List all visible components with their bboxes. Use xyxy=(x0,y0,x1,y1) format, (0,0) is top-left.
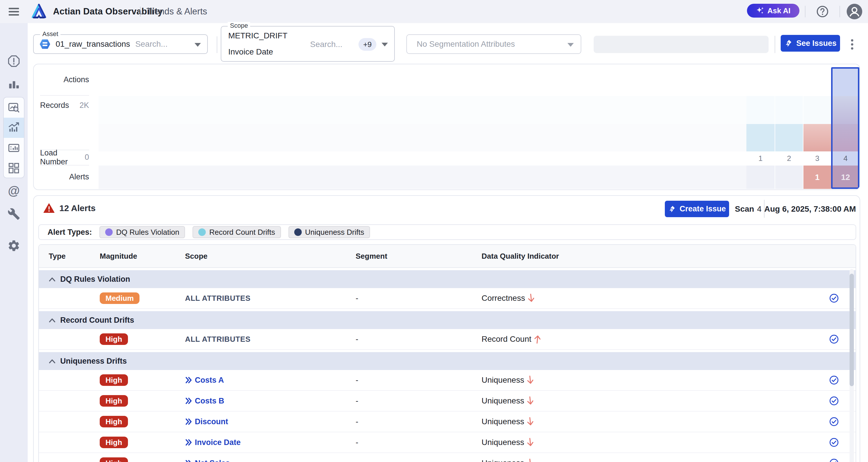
scope-search-input[interactable] xyxy=(310,40,353,49)
heatmap-scan-label[interactable]: 3 xyxy=(803,151,831,166)
heatmap-scan-label[interactable]: 1 xyxy=(746,151,775,166)
acknowledge-button[interactable] xyxy=(812,417,856,427)
chevron-down-icon[interactable] xyxy=(381,43,388,47)
see-issues-button[interactable]: See Issues xyxy=(781,35,840,52)
user-avatar[interactable] xyxy=(846,3,863,20)
left-sidebar: @ xyxy=(0,23,28,462)
alert-type-chip-record-count[interactable]: Record Count Drifts xyxy=(192,226,281,238)
heatmap-alert-cell[interactable] xyxy=(775,166,803,189)
sidebar-item-reports[interactable] xyxy=(4,138,24,158)
topbar-divider xyxy=(805,6,805,17)
trend-down-arrow-icon xyxy=(525,396,535,406)
table-scrollbar-thumb[interactable] xyxy=(849,274,854,386)
check-circle-icon xyxy=(829,417,839,427)
scan-heatmap[interactable]: 1 2 3 4 1 12 xyxy=(746,67,859,189)
table-row[interactable]: High Discount - Uniqueness xyxy=(39,411,856,432)
acknowledge-button[interactable] xyxy=(812,437,856,447)
create-issue-button[interactable]: Create Issue xyxy=(665,201,729,217)
heatmap-cell[interactable] xyxy=(803,124,831,151)
table-row[interactable]: High Costs B - Uniqueness xyxy=(39,391,856,411)
table-row[interactable]: High ALL ATTRIBUTES - Record Count xyxy=(39,329,856,350)
heatmap-cell[interactable] xyxy=(775,96,803,124)
dq-rules-dot-icon xyxy=(105,228,113,236)
asset-selected-value: 01_raw_transactions xyxy=(56,39,130,49)
indicator-label: Record Count xyxy=(482,335,531,344)
hamburger-menu-icon[interactable] xyxy=(9,8,19,16)
heatmap-cell-selected[interactable] xyxy=(831,96,859,124)
group-header-uniqueness[interactable]: Uniqueness Drifts xyxy=(39,352,856,370)
top-bar: Actian Data Observability Trends & Alert… xyxy=(0,0,868,23)
uniqueness-dot-icon xyxy=(294,228,302,236)
alert-type-chip-uniqueness[interactable]: Uniqueness Drifts xyxy=(288,226,370,238)
acknowledge-button[interactable] xyxy=(812,334,856,344)
alert-type-chip-dq-rules[interactable]: DQ Rules Violation xyxy=(99,226,185,238)
group-header-dq-rules[interactable]: DQ Rules Violation xyxy=(39,270,856,288)
alert-types-label: Alert Types: xyxy=(48,228,92,237)
magnitude-badge: High xyxy=(100,416,128,427)
segmentation-filter[interactable]: No Segmentation Attributes xyxy=(406,34,581,54)
asset-type-icon xyxy=(39,38,51,50)
scope-value: ALL ATTRIBUTES xyxy=(185,294,250,302)
heatmap-cell[interactable] xyxy=(803,96,831,124)
more-options-icon[interactable] xyxy=(848,36,856,53)
scope-filter[interactable]: Scope METRIC_DRIFT Invoice Date +9 xyxy=(221,26,395,62)
heatmap-cell[interactable] xyxy=(775,124,803,151)
heatmap-scan-label-selected[interactable]: 4 xyxy=(831,151,859,166)
scope-link[interactable]: Costs A xyxy=(185,376,355,385)
sidebar-group-analytics xyxy=(3,97,25,178)
chevron-up-icon xyxy=(49,318,56,323)
asset-filter[interactable]: Asset 01_raw_transactions xyxy=(33,34,208,54)
chevron-down-icon[interactable] xyxy=(567,43,574,47)
help-icon[interactable] xyxy=(816,5,829,18)
sidebar-item-incidents[interactable] xyxy=(7,54,21,68)
chevron-up-icon xyxy=(49,277,56,282)
heatmap-alert-count[interactable]: 1 xyxy=(803,166,831,189)
trend-down-arrow-icon xyxy=(525,375,535,385)
sidebar-item-tools[interactable] xyxy=(7,207,21,221)
scope-link[interactable]: Costs B xyxy=(185,397,355,405)
acknowledge-button[interactable] xyxy=(812,458,856,462)
heatmap-scan-label[interactable]: 2 xyxy=(775,151,803,166)
scope-link[interactable]: Discount xyxy=(185,417,355,426)
trend-up-arrow-icon xyxy=(532,334,542,345)
double-chevron-right-icon xyxy=(185,439,192,446)
chevron-down-icon[interactable] xyxy=(194,43,201,47)
heatmap-alert-cell[interactable] xyxy=(746,166,775,189)
heatmap-cell[interactable] xyxy=(746,124,775,151)
sidebar-item-charts[interactable] xyxy=(7,78,21,92)
check-circle-icon xyxy=(829,375,839,385)
sidebar-item-dashboard[interactable] xyxy=(4,158,24,178)
trend-down-arrow-icon xyxy=(525,437,535,448)
magnitude-badge: High xyxy=(100,334,128,345)
table-row[interactable]: Medium ALL ATTRIBUTES - Correctness xyxy=(39,288,856,309)
asset-search-input[interactable] xyxy=(135,39,184,49)
trend-plot-area[interactable] xyxy=(98,64,860,190)
heatmap-cell-selected[interactable] xyxy=(831,124,859,151)
heatmap-cell[interactable] xyxy=(746,67,775,96)
scope-link[interactable]: Net Sales xyxy=(185,459,355,462)
heatmap-cell[interactable] xyxy=(746,96,775,124)
heatmap-alert-count-selected[interactable]: 12 xyxy=(831,166,859,189)
table-row[interactable]: High Costs A - Uniqueness xyxy=(39,370,856,391)
sparkle-icon xyxy=(756,6,765,15)
sidebar-item-targets[interactable]: @ xyxy=(7,184,21,198)
scope-link[interactable]: Invoice Date xyxy=(185,438,355,447)
sidebar-item-settings[interactable] xyxy=(7,239,21,253)
acknowledge-button[interactable] xyxy=(812,396,856,406)
heatmap-cell[interactable] xyxy=(775,67,803,96)
scan-timestamp: Aug 6, 2025, 7:38:00 AM xyxy=(764,201,856,217)
alerts-panel: 12 Alerts Create Issue Scan 4 Aug 6, 202… xyxy=(33,195,860,462)
table-row[interactable]: High Invoice Date - Uniqueness xyxy=(39,432,856,453)
acknowledge-button[interactable] xyxy=(812,375,856,385)
heatmap-cell[interactable] xyxy=(803,67,831,96)
sidebar-item-explore[interactable] xyxy=(4,97,24,118)
acknowledge-button[interactable] xyxy=(812,293,856,303)
table-row-partial[interactable]: High Net Sales - Uniqueness xyxy=(39,453,856,462)
ask-ai-button[interactable]: Ask AI xyxy=(747,4,799,18)
sidebar-item-trends-active[interactable] xyxy=(4,118,24,138)
scope-overflow-badge[interactable]: +9 xyxy=(359,38,376,51)
trend-down-arrow-icon xyxy=(525,458,535,462)
group-header-record-count[interactable]: Record Count Drifts xyxy=(39,311,856,329)
heatmap-cell-selected[interactable] xyxy=(831,67,859,96)
magnitude-badge: High xyxy=(100,374,128,386)
